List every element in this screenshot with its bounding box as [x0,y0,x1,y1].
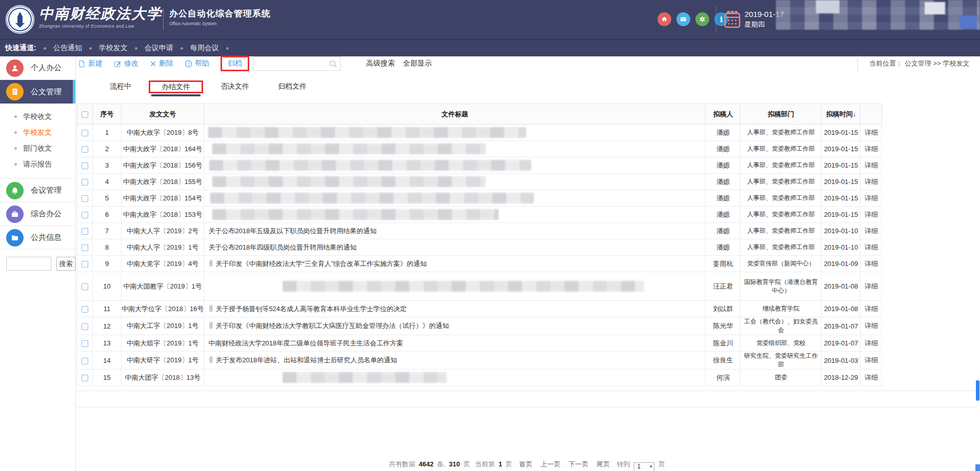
col-department: 拟稿部门 [741,104,822,125]
table-row: 8 中南大人字〔2019〕1号 关于公布2018年四级职员岗位晋升聘用结果的通知… [77,239,882,256]
row-checkbox[interactable] [82,195,88,202]
detail-link[interactable]: 详细 [865,145,878,153]
pagination-next[interactable]: 下一页 [569,460,589,468]
advanced-search-link[interactable]: 高级搜索 [366,59,395,68]
row-checkbox[interactable] [82,228,88,235]
sidebar-search-input[interactable] [6,257,51,271]
edit-button[interactable]: 修改 [114,59,138,68]
sidebar-subitem-school-received[interactable]: 学校收文 [0,109,75,125]
settings-gear-icon[interactable] [695,12,709,26]
quick-nav-item[interactable]: 学校发文 [99,44,128,53]
row-index: 3 [93,157,122,174]
row-index: 4 [93,174,122,190]
quick-nav-item[interactable]: 会议申请 [145,44,173,53]
doc-number: 中南大政字〔2018〕154号 [122,190,204,207]
sidebar-item-public-info[interactable]: 公共信息 [0,226,75,250]
mail-icon[interactable] [676,12,690,26]
quick-nav-item[interactable]: 公告通知 [53,44,82,53]
help-button[interactable]: ? 帮助 [185,59,209,68]
attachment-paperclip-icon [208,259,213,267]
dot-separator [181,47,183,50]
sidebar-subitem-department-received[interactable]: 部门收文 [0,140,75,156]
row-checkbox[interactable] [82,340,88,347]
tab-completed[interactable]: 办结文件 [150,78,202,95]
detail-link[interactable]: 详细 [865,374,878,381]
row-checkbox[interactable] [82,162,88,169]
quick-nav-item[interactable]: 每周会议 [190,44,219,53]
detail-link[interactable]: 详细 [865,243,878,251]
pagination-prev[interactable]: 上一页 [541,460,561,468]
divider-line [77,407,977,407]
doc-title-cell [204,174,706,190]
row-checkbox[interactable] [82,146,88,153]
scrollbar-thumb[interactable] [976,380,979,401]
home-icon[interactable] [657,12,671,26]
detail-link[interactable]: 详细 [865,356,878,364]
select-all-checkbox[interactable] [82,111,88,118]
drafter-department: 研究生院、党委研究生工作部 [741,352,822,370]
detail-link[interactable]: 详细 [865,260,878,268]
tab-archived[interactable]: 归档文件 [267,78,318,95]
detail-link[interactable]: 详细 [865,305,878,313]
col-draft-time[interactable]: 拟稿时间↓ [822,104,861,125]
drafter-department: 人事部、党委教师工作部 [741,190,822,207]
pagination-last[interactable]: 尾页 [596,460,610,468]
sidebar-search-button[interactable]: 搜索 [56,257,75,271]
row-checkbox[interactable] [82,261,88,268]
attachment-paperclip-icon [208,321,213,329]
row-checkbox[interactable] [82,179,88,186]
row-checkbox[interactable] [82,358,88,364]
col-doc-number: 发文文号 [122,104,204,125]
detail-link[interactable]: 详细 [865,194,878,202]
sidebar-subitem-school-dispatch[interactable]: 学校发文 [0,125,75,140]
detail-link[interactable]: 详细 [865,178,878,186]
bullet-icon [14,115,17,118]
toolbar-search-input[interactable] [254,57,326,70]
row-checkbox[interactable] [82,283,88,290]
row-checkbox[interactable] [82,130,88,136]
sidebar-item-general-office[interactable]: 综合办公 [0,202,75,226]
delete-button[interactable]: 删除 [150,59,173,68]
detail-link[interactable]: 详细 [865,339,878,347]
system-subtitle: Office Automatic System [169,21,271,26]
doc-title-cell: 关于公布2018年四级职员岗位晋升聘用结果的通知 [204,239,706,256]
search-icon[interactable] [329,59,337,68]
drafter-department: 党委宣传部（新闻中心） [741,256,822,272]
row-checkbox[interactable] [82,375,88,381]
detail-link[interactable]: 详细 [865,227,878,235]
col-index: 序号 [93,104,122,125]
detail-link[interactable]: 详细 [865,161,878,169]
row-index: 15 [93,370,122,386]
sidebar-item-document-management[interactable]: 公文管理 [0,80,75,104]
sidebar-item-personal-office[interactable]: 个人办公 [0,56,75,80]
drafter-department: 人事部、党委教师工作部 [741,125,822,141]
toolbar-search-box [253,56,341,71]
detail-link[interactable]: 详细 [865,211,878,218]
row-index: 2 [93,141,122,157]
row-index: 14 [93,352,122,370]
row-checkbox[interactable] [82,212,88,218]
doc-title: 中南财经政法大学2018年度二级单位领导班子民主生活会工作方案 [208,339,403,347]
row-checkbox[interactable] [82,244,88,251]
drafter-department: 人事部、党委教师工作部 [741,239,822,256]
detail-link[interactable]: 详细 [865,322,878,330]
archive-button[interactable]: 归档 [221,56,249,71]
row-checkbox[interactable] [82,306,88,313]
tab-rejected[interactable]: 否决文件 [209,78,261,95]
doc-title-cell [204,141,706,157]
sidebar-item-meeting-management[interactable]: 会议管理 [0,179,75,202]
show-all-link[interactable]: 全部显示 [403,59,432,68]
new-button[interactable]: 新建 [78,59,103,68]
goto-suffix: 页 [658,460,665,468]
breadcrumb-path: 公文管理 >> 学校发文 [905,59,969,68]
tab-in-process[interactable]: 流程中 [98,78,143,95]
detail-link[interactable]: 详细 [865,282,878,290]
goto-page-select[interactable]: 1▼ [634,462,654,471]
sidebar-item-label: 公文管理 [31,87,62,97]
sidebar-subitem-request-report[interactable]: 请示报告 [0,156,75,172]
row-checkbox[interactable] [82,323,88,330]
bullet-icon [14,163,17,166]
pagination-first[interactable]: 首页 [519,460,532,468]
detail-link[interactable]: 详细 [865,129,878,136]
doc-number: 中南大政字〔2018〕164号 [122,141,204,157]
